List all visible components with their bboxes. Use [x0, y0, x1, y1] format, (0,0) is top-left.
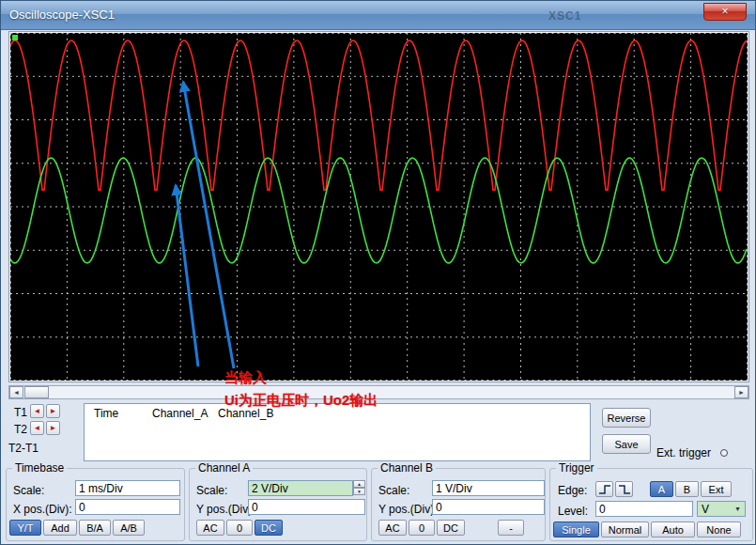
channel-a-group: Channel A Scale: ▲ ▼ Y pos.(Div): AC 0 D…	[189, 468, 367, 541]
t2-t1-label: T2-T1	[8, 442, 39, 455]
column-channel-b: Channel_B	[218, 407, 273, 420]
t1-left-button[interactable]: ◄	[30, 404, 44, 418]
timebase-ab-button[interactable]: A/B	[113, 520, 145, 536]
scroll-right-button[interactable]: ►	[734, 386, 748, 398]
channel-b-zero-button[interactable]: 0	[409, 520, 435, 536]
channel-b-title: Channel B	[378, 461, 436, 475]
timebase-add-button[interactable]: Add	[43, 520, 77, 536]
channel-a-dc-button[interactable]: DC	[255, 520, 283, 536]
channel-b-scale-input[interactable]	[432, 480, 545, 496]
channel-b-ac-button[interactable]: AC	[378, 520, 407, 536]
t1-right-icon: ►	[50, 407, 57, 415]
trigger-source-ext-button[interactable]: Ext	[701, 481, 732, 497]
timebase-xpos-input[interactable]	[75, 499, 180, 515]
falling-edge-icon	[618, 484, 631, 495]
channel-a-ypos-input[interactable]	[248, 499, 365, 515]
trigger-auto-button[interactable]: Auto	[651, 522, 695, 537]
channel-a-scale-input[interactable]	[248, 480, 353, 496]
channel-a-ypos-label: Y pos.(Div):	[196, 503, 255, 516]
trigger-source-a-button[interactable]: A	[650, 481, 673, 497]
trigger-edge-label: Edge:	[558, 484, 587, 497]
timebase-yt-button[interactable]: Y/T	[9, 520, 41, 536]
reverse-button[interactable]: Reverse	[602, 408, 651, 428]
spinner-up-icon: ▲	[357, 481, 362, 487]
spinner-down-icon: ▼	[357, 489, 362, 494]
trigger-source-b-button[interactable]: B	[675, 481, 699, 497]
timebase-scale-input[interactable]	[75, 480, 180, 496]
timebase-scale-label: Scale:	[13, 484, 44, 497]
window-title: Oscilloscope-XSC1	[9, 8, 115, 22]
title-bar[interactable]: Oscilloscope-XSC1 XSC1 ×	[1, 1, 755, 30]
oscilloscope-window: Oscilloscope-XSC1 XSC1 × ◄ ► T1 ◄ ► T2 ◄…	[0, 0, 756, 545]
t1-right-button[interactable]: ►	[46, 404, 60, 418]
t2-left-icon: ◄	[34, 424, 41, 432]
channel-b-minus-button[interactable]: -	[498, 520, 524, 536]
trigger-title: Trigger	[556, 461, 597, 475]
channel-b-group: Channel B Scale: Y pos.(Div): AC 0 DC -	[371, 468, 546, 541]
scroll-right-icon: ►	[738, 389, 745, 396]
channel-b-dc-button[interactable]: DC	[437, 520, 465, 536]
spinner-down-button[interactable]: ▼	[353, 488, 365, 495]
falling-edge-button[interactable]	[615, 481, 633, 497]
timebase-xpos-label: X pos.(Div):	[13, 503, 72, 516]
close-button[interactable]: ×	[703, 3, 747, 21]
rising-edge-button[interactable]	[595, 481, 613, 497]
column-channel-a: Channel_A	[152, 407, 208, 420]
channel-b-scale-label: Scale:	[378, 484, 409, 497]
t2-label: T2	[14, 423, 27, 436]
trigger-level-input[interactable]	[595, 501, 693, 517]
channel-b-ypos-input[interactable]	[432, 499, 545, 515]
close-icon: ×	[721, 5, 728, 18]
scroll-thumb[interactable]	[24, 386, 49, 398]
annotation-arrow-2	[176, 185, 198, 366]
cursor-marker[interactable]	[12, 35, 18, 40]
channel-b-ypos-label: Y pos.(Div):	[378, 503, 437, 516]
ext-trigger-terminal-icon	[720, 449, 728, 457]
timebase-group: Timebase Scale: X pos.(Div): Y/T Add B/A…	[6, 468, 185, 541]
chevron-down-icon: ▼	[734, 506, 741, 512]
channel-a-ac-button[interactable]: AC	[196, 520, 224, 536]
trigger-normal-button[interactable]: Normal	[601, 522, 649, 537]
trigger-group: Trigger Edge: A B Ext Level: V ▼ Single	[549, 468, 753, 541]
spinner-up-button[interactable]: ▲	[353, 480, 365, 488]
timebase-title: Timebase	[12, 461, 67, 475]
scroll-left-button[interactable]: ◄	[9, 386, 23, 398]
t2-left-button[interactable]: ◄	[30, 421, 44, 435]
column-time: Time	[94, 407, 118, 420]
channel-a-scale-spinner: ▲ ▼	[353, 480, 365, 496]
t1-label: T1	[14, 406, 27, 419]
t2-right-button[interactable]: ►	[46, 421, 60, 435]
rising-edge-icon	[598, 484, 611, 495]
measurement-listbox: Time Channel_A Channel_B	[84, 403, 591, 461]
trigger-level-label: Level:	[558, 505, 588, 518]
scroll-left-icon: ◄	[13, 389, 20, 396]
t2-right-icon: ►	[50, 424, 57, 432]
timebase-ba-button[interactable]: B/A	[79, 520, 111, 536]
trigger-level-unit-dropdown[interactable]: V ▼	[697, 501, 746, 517]
save-button[interactable]: Save	[602, 434, 651, 454]
instrument-watermark: XSC1	[548, 9, 581, 23]
annotation-arrow-1	[183, 82, 234, 368]
channel-a-scale-label: Scale:	[196, 484, 227, 497]
ext-trigger-label: Ext. trigger	[656, 446, 711, 459]
t1-left-icon: ◄	[34, 407, 41, 415]
scope-screen	[10, 33, 748, 381]
trigger-none-button[interactable]: None	[697, 522, 741, 537]
trigger-single-button[interactable]: Single	[553, 522, 599, 537]
channel-a-zero-button[interactable]: 0	[226, 520, 253, 536]
channel-a-title: Channel A	[195, 461, 253, 475]
scope-canvas	[10, 33, 748, 381]
scope-scrollbar[interactable]: ◄ ►	[8, 385, 749, 399]
